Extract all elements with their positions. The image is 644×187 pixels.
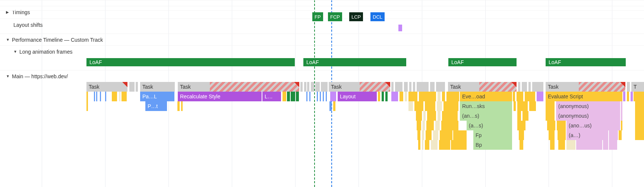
flame-entry[interactable] [619,130,622,140]
flame-entry[interactable] [321,82,328,92]
flame-entry[interactable] [517,111,521,121]
flame-entry[interactable] [623,92,625,101]
flame-entry[interactable] [442,111,458,121]
flame-entry[interactable] [522,82,527,92]
flame-entry[interactable] [634,92,644,101]
flame-entry[interactable] [395,82,402,92]
flame-entry[interactable] [547,121,555,130]
flame-entry[interactable] [426,130,432,140]
flame-entry[interactable] [378,92,380,101]
flame-entry[interactable] [311,82,314,92]
flame-entry[interactable] [427,111,436,121]
flame-entry[interactable]: Pa…L [140,92,174,101]
timings-row[interactable]: FP FCP LCP DCL [0,10,644,22]
flame-entry[interactable] [529,101,536,111]
main-track-header[interactable]: ▼ Main — https://web.dev/ [0,70,644,82]
main-flame-chart[interactable]: TaskTaskTaskTaskTaskTaskTPa…LRecalculate… [0,82,644,150]
loaf-entry[interactable]: LoAF [303,58,406,66]
flame-entry[interactable] [609,130,618,140]
flame-entry[interactable] [417,130,420,140]
flame-entry[interactable] [287,92,290,101]
flame-entry[interactable] [177,101,180,111]
layout-shift-entry[interactable] [398,25,402,31]
flame-entry[interactable] [326,92,327,101]
flame-entry[interactable]: Layout [338,92,377,101]
flame-entry[interactable] [96,92,97,101]
flame-entry[interactable] [309,92,310,101]
flame-entry[interactable] [537,92,543,101]
flame-entry[interactable] [408,101,413,111]
flame-entry[interactable]: Run…sks [460,101,512,111]
flame-entry[interactable] [129,82,135,92]
flame-entry[interactable] [422,140,423,150]
perf-timeline-header[interactable]: ▼ Performance Timeline — Custom Track [0,34,644,45]
flame-entry[interactable] [425,101,435,111]
flame-entry[interactable] [404,82,408,92]
flame-entry[interactable] [86,92,88,101]
flame-entry[interactable] [532,82,543,92]
flame-entry[interactable] [320,92,321,101]
dcl-marker[interactable]: DCL [370,12,385,21]
flame-entry[interactable] [413,82,415,92]
flame-entry[interactable] [405,92,407,101]
flame-entry[interactable] [419,92,436,101]
flame-entry[interactable] [112,92,117,101]
lcp-marker[interactable]: LCP [349,12,363,21]
flame-entry[interactable] [438,92,441,101]
flame-entry[interactable] [136,82,138,92]
flame-entry[interactable] [385,92,388,101]
flame-entry[interactable] [635,111,644,121]
flame-entry[interactable] [520,140,523,150]
flame-entry[interactable] [550,140,555,150]
flame-entry[interactable] [440,130,452,140]
flame-entry[interactable] [430,82,435,92]
flame-entry[interactable] [333,101,335,111]
flame-entry[interactable] [438,111,441,121]
flame-entry[interactable] [329,101,332,111]
flame-entry[interactable] [423,121,425,130]
loaf-row[interactable]: LoAFLoAFLoAFLoAF [0,57,644,67]
flame-entry[interactable] [446,92,459,101]
flame-entry[interactable]: Task [140,82,175,92]
flame-entry[interactable] [306,92,307,101]
flame-entry[interactable] [513,92,515,101]
flame-entry[interactable] [441,121,458,130]
flame-entry[interactable] [426,121,434,130]
flame-entry[interactable] [409,82,411,92]
flame-entry[interactable] [423,111,426,121]
flame-entry[interactable] [86,101,88,111]
flame-entry[interactable] [549,130,555,140]
flame-entry[interactable]: (ano…us) [566,121,620,130]
flame-entry[interactable] [422,130,424,140]
flame-entry[interactable] [451,140,467,150]
flame-entry[interactable] [442,92,445,101]
flame-entry[interactable] [627,82,630,92]
fcp-marker[interactable]: FCP [328,12,342,21]
flame-entry[interactable] [417,121,421,130]
flame-entry[interactable] [100,92,101,101]
flame-entry[interactable]: (a…) [566,130,608,140]
flame-entry[interactable]: Task [86,82,127,92]
flame-entry[interactable] [627,92,629,101]
flame-entry[interactable]: Recalculate Style [178,92,262,101]
flame-entry[interactable] [519,130,524,140]
flame-entry[interactable] [282,92,286,101]
flame-entry[interactable]: (anonymous) [556,101,620,111]
flame-entry[interactable] [546,111,555,121]
flame-entry[interactable] [391,92,398,101]
flame-entry[interactable] [121,92,127,101]
loaf-entry[interactable]: LoAF [86,58,295,66]
flame-entry[interactable] [439,140,450,150]
flame-entry[interactable] [576,140,602,150]
flame-entry[interactable] [317,92,318,101]
flame-entry[interactable] [635,130,644,140]
flame-entry[interactable] [621,121,622,130]
flame-entry[interactable] [330,92,336,101]
flame-entry[interactable] [391,82,394,92]
flame-entry[interactable] [291,92,295,101]
flame-entry[interactable] [621,111,622,121]
flame-entry[interactable] [435,121,440,130]
flame-entry[interactable] [416,111,422,121]
flame-entry[interactable] [558,140,565,150]
flame-entry[interactable]: P…t [145,101,167,111]
